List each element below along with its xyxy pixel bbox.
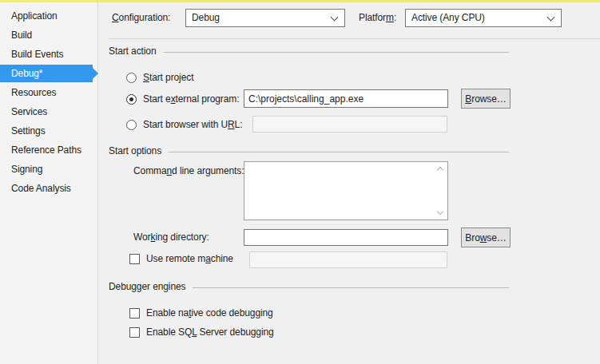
- start-browser-option[interactable]: Start browser with URL:: [126, 118, 242, 131]
- label-part: Bro: [465, 232, 479, 243]
- enable-sql-debugging-checkbox[interactable]: [129, 327, 140, 338]
- start-external-program-label: Start external program:: [143, 93, 239, 105]
- platform-label: Platform:: [359, 9, 396, 27]
- label-part: w: [480, 232, 487, 243]
- start-browser-label: Start browser with URL:: [143, 118, 242, 131]
- chevron-down-icon: [547, 14, 555, 22]
- label-part: Comma: [133, 165, 167, 176]
- use-remote-machine-label: Use remote machine: [146, 252, 233, 265]
- label-part: Start browser with U: [143, 119, 228, 130]
- label-part: d line arguments:: [172, 165, 244, 176]
- enable-native-debugging-option[interactable]: Enable native code debugging: [129, 307, 273, 319]
- sidebar-item-build-events[interactable]: Build Events: [0, 46, 97, 63]
- label-part: Platfor: [359, 12, 386, 23]
- config-bar-divider: [109, 38, 600, 39]
- label-part: Enable na: [146, 307, 189, 318]
- chevron-down-icon: [331, 14, 339, 22]
- browse-external-program-button[interactable]: Browse…: [461, 89, 511, 109]
- use-remote-machine-option[interactable]: Use remote machine: [129, 252, 233, 265]
- sidebar-item-settings[interactable]: Settings: [0, 122, 97, 140]
- section-title: Debugger engines: [109, 281, 185, 292]
- use-remote-machine-checkbox[interactable]: [129, 254, 140, 264]
- section-divider-line: [193, 287, 509, 288]
- label-part: rowse…: [471, 93, 506, 105]
- configuration-dropdown-value: Debug: [192, 12, 220, 23]
- start-project-option[interactable]: Start project: [126, 71, 193, 84]
- start-external-program-radio[interactable]: [126, 94, 137, 105]
- label-part: :: [394, 12, 396, 23]
- sidebar-item-reference-paths[interactable]: Reference Paths: [0, 141, 97, 159]
- section-divider-line: [164, 52, 510, 53]
- command-line-arguments-input[interactable]: [244, 161, 448, 220]
- section-divider-line: [169, 152, 509, 152]
- section-title: Start options: [109, 145, 161, 156]
- debugger-engines-section-header: Debugger engines: [109, 280, 509, 293]
- working-directory-input[interactable]: [244, 229, 448, 246]
- enable-native-debugging-checkbox[interactable]: [129, 308, 140, 318]
- start-project-label: Start project: [143, 71, 193, 84]
- sidebar-item-resources[interactable]: Resources: [0, 84, 97, 101]
- enable-sql-debugging-label: Enable SQL Server debugging: [146, 326, 274, 338]
- label-part: Enable SQ: [146, 326, 192, 338]
- enable-native-debugging-label: Enable native code debugging: [146, 307, 273, 319]
- section-title: Start action: [109, 46, 157, 57]
- label-part: Wor: [133, 231, 150, 243]
- browse-working-directory-button[interactable]: Browse…: [461, 228, 511, 247]
- sidebar-item-build[interactable]: Build: [0, 26, 97, 44]
- label-part: ternal program:: [176, 93, 240, 105]
- platform-dropdown-value: Active (Any CPU): [411, 12, 485, 23]
- sidebar-item-services[interactable]: Services: [0, 103, 97, 121]
- enable-sql-debugging-option[interactable]: Enable SQL Server debugging: [129, 326, 274, 338]
- command-line-arguments-box: [244, 161, 448, 220]
- browser-url-input: [252, 116, 447, 133]
- label-part: Server debugging: [197, 326, 273, 338]
- label-part: R: [228, 119, 235, 130]
- label-part: Start e: [143, 93, 171, 105]
- label-part: L:: [235, 119, 243, 130]
- configuration-label: Configuration:: [112, 9, 170, 27]
- start-action-section-header: Start action: [109, 45, 509, 57]
- label-part: ing directory:: [155, 231, 209, 243]
- sidebar-item-code-analysis[interactable]: Code Analysis: [0, 180, 97, 197]
- label-part: chine: [211, 253, 233, 264]
- label-part: m: [386, 12, 394, 23]
- label-part: Use remote m: [146, 253, 205, 264]
- remote-machine-input: [249, 251, 447, 268]
- label-part: se…: [487, 232, 506, 243]
- start-browser-radio[interactable]: [126, 120, 137, 130]
- command-line-arguments-label: Command line arguments:: [133, 162, 244, 180]
- sidebar-item-application[interactable]: Application: [0, 7, 97, 25]
- label-part: ive code debugging: [191, 307, 272, 318]
- platform-dropdown[interactable]: Active (Any CPU): [405, 9, 562, 27]
- working-directory-label: Working directory:: [133, 228, 209, 247]
- start-external-program-option[interactable]: Start external program:: [126, 93, 239, 105]
- configuration-dropdown[interactable]: Debug: [185, 9, 345, 27]
- label-part: C: [112, 12, 119, 23]
- external-program-input[interactable]: [244, 89, 448, 108]
- start-project-radio[interactable]: [126, 73, 137, 83]
- sidebar-item-debug[interactable]: Debug*: [0, 65, 93, 82]
- label-part: S: [143, 72, 149, 83]
- sidebar-item-signing[interactable]: Signing: [0, 160, 97, 178]
- property-pages-sidebar: Application Build Build Events Debug* Re…: [0, 2, 98, 364]
- label-part: a: [205, 253, 211, 264]
- label-part: tart project: [149, 72, 194, 83]
- start-options-section-header: Start options: [109, 144, 509, 157]
- label-part: onfiguration:: [119, 12, 171, 23]
